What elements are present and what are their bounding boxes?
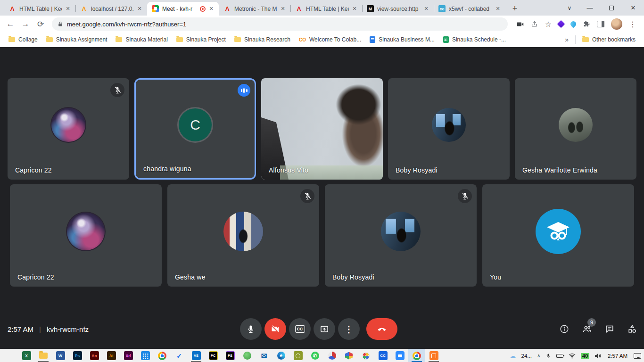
taskbar-icon-file-explorer[interactable] [35,349,52,362]
lock-icon[interactable] [58,21,63,27]
taskbar-icon-chrome-active[interactable] [408,349,425,362]
taskbar-icon-calendar[interactable] [137,349,154,362]
bookmark-sinauka-material[interactable]: Sinauka Material [112,34,171,45]
bookmarks-overflow-icon[interactable]: » [561,36,572,43]
taskbar-icon-pen-tool[interactable] [323,349,340,362]
microphone-button[interactable] [240,318,262,340]
tab-view-source[interactable]: M view-source:http ✕ [362,2,434,16]
forward-button[interactable]: → [19,17,32,31]
tab-html-table-2[interactable]: Λ HTML Table | Kee ✕ [290,2,362,16]
close-tab-icon[interactable]: ✕ [279,5,287,13]
extension-diamond-icon[interactable] [557,20,565,28]
close-tab-icon[interactable]: ✕ [351,5,358,13]
taskbar-icon-adobe-xd[interactable]: Xd [120,349,137,362]
camera-in-use-icon[interactable] [516,20,524,28]
extensions-puzzle-icon[interactable] [583,20,590,28]
taskbar-icon-illustrator[interactable]: Ai [103,349,120,362]
close-tab-icon[interactable]: ✕ [136,5,143,13]
bookmark-sinauka-business[interactable]: Sinauka Business M... [366,34,438,45]
taskbar-icon-creative-cloud[interactable]: CC [374,349,391,362]
weather-icon[interactable]: ☁ [509,352,516,360]
taskbar-icon-camera-app[interactable] [289,349,306,362]
reload-button[interactable]: ⟳ [34,17,47,31]
bookmark-sinauka-assignment[interactable]: Sinauka Assignment [42,34,111,45]
activities-button[interactable] [627,324,637,334]
meeting-details-button[interactable] [559,324,570,334]
close-tab-icon[interactable]: ✕ [494,5,502,13]
volume-icon[interactable] [594,353,602,359]
url-text[interactable]: meet.google.com/kvh-rwcm-nfz?authuser=1 [67,21,186,28]
taskbar-icon-edge[interactable]: e [272,349,289,362]
taskbar-icon-chrome[interactable] [154,349,171,362]
other-bookmarks[interactable]: Other bookmarks [578,34,639,45]
close-tab-icon[interactable]: ✕ [422,5,430,13]
participant-tile-gesha-we[interactable]: Gesha we [167,184,319,287]
tab-meet-active[interactable]: Meet - kvh-r ✕ [147,2,219,16]
bookmark-sinauka-research[interactable]: Sinauka Research [231,34,294,45]
participant-tile-capricon-22[interactable]: Capricon 22 [8,78,129,180]
tab-html-table-1[interactable]: Λ HTML Table | Kee ✕ [4,2,75,16]
taskbar-icon-todo[interactable]: ✓ [171,349,188,362]
taskbar-icon-xampp[interactable] [425,349,442,362]
taskbar-icon-whatsapp[interactable]: ✆ [306,349,323,362]
bookmark-welcome-colab[interactable]: COWelcome To Colab... [295,34,365,45]
taskbar-icon-pycharm[interactable]: PC [205,349,222,362]
battery-percent-badge[interactable]: 40 [581,353,589,359]
taskbar-icon-excel[interactable]: X [18,349,35,362]
tray-expand-icon[interactable]: ∧ [537,353,540,358]
new-tab-button[interactable]: + [508,2,521,15]
browser-menu-icon[interactable]: ⋮ [629,20,636,29]
close-window-button[interactable]: ✕ [622,0,644,16]
battery-icon[interactable] [556,354,563,358]
participant-tile-boby-rosyadi-2[interactable]: Boby Rosyadi [325,184,477,287]
taskbar-icon-animate[interactable]: An [86,349,103,362]
address-bar[interactable]: meet.google.com/kvh-rwcm-nfz?authuser=1 [52,17,508,31]
tray-microphone-icon[interactable] [545,353,551,359]
participant-tile-boby-rosyadi-1[interactable]: Boby Rosyadi [388,78,510,180]
tab-collabedit[interactable]: ce x5wvf - collabed ✕ [434,2,505,16]
minimize-button[interactable]: — [579,0,601,16]
taskbar-icon-vscode[interactable]: VS [188,349,205,362]
taskbar-icon-photoshop[interactable]: Ps [69,349,86,362]
taskbar-icon-green-app[interactable] [239,349,256,362]
profile-avatar[interactable] [611,18,622,30]
action-center-icon[interactable] [634,353,641,359]
taskbar-icon-mail[interactable]: ✉ [256,349,272,362]
bookmark-star-icon[interactable]: ☆ [545,20,552,29]
end-call-button[interactable] [366,318,397,340]
taskbar-icon-widgets-app[interactable] [357,349,374,362]
bookmark-collage[interactable]: Collage [5,34,41,45]
weather-temp[interactable]: 24... [521,353,531,359]
chat-button[interactable] [604,324,615,334]
wifi-icon[interactable] [569,353,576,359]
taskbar-icon-zoom[interactable] [391,349,408,362]
tab-search-icon[interactable]: ∨ [560,0,579,16]
taskbar-icon-word[interactable]: W [52,349,69,362]
participant-name: Boby Rosyadi [332,273,374,281]
participant-tile-alfonsus-vito[interactable]: Alfonsus Vito [261,78,383,180]
extension-drop-icon[interactable] [570,20,578,28]
back-button[interactable]: ← [4,17,17,31]
close-tab-icon[interactable]: ✕ [207,5,215,13]
participants-button[interactable]: 9 [582,324,592,334]
close-tab-icon[interactable]: ✕ [64,5,72,13]
more-options-button[interactable]: ⋮ [338,318,360,340]
maximize-button[interactable] [601,0,622,16]
tab-localhost[interactable]: Λ localhost / 127.0. ✕ [75,2,147,16]
participant-tile-chandra-wiguna[interactable]: C chandra wiguna [134,78,256,180]
taskbar-clock[interactable]: 2:57 AM [607,353,628,359]
bookmark-sinauka-schedule[interactable]: Sinauka Schedule -... [439,34,510,45]
taskbar-icon-hexagon-app[interactable] [340,349,357,362]
start-button[interactable] [1,349,18,362]
present-button[interactable] [314,318,335,340]
camera-off-button[interactable] [264,318,286,340]
participant-tile-you[interactable]: You [482,184,634,287]
bookmark-sinauka-project[interactable]: Sinauka Project [173,34,230,45]
side-panel-icon[interactable] [597,21,604,27]
captions-button[interactable]: CC [289,318,311,340]
tab-metronic[interactable]: Λ Metronic - The M ✕ [219,2,290,16]
participant-tile-gesha-warilotte[interactable]: Gesha Warilotte Erwinda [515,78,636,180]
share-icon[interactable] [531,20,538,28]
taskbar-icon-phpstorm[interactable]: PS [222,349,239,362]
participant-tile-capricon-22-b[interactable]: Capricon 22 [10,184,162,287]
